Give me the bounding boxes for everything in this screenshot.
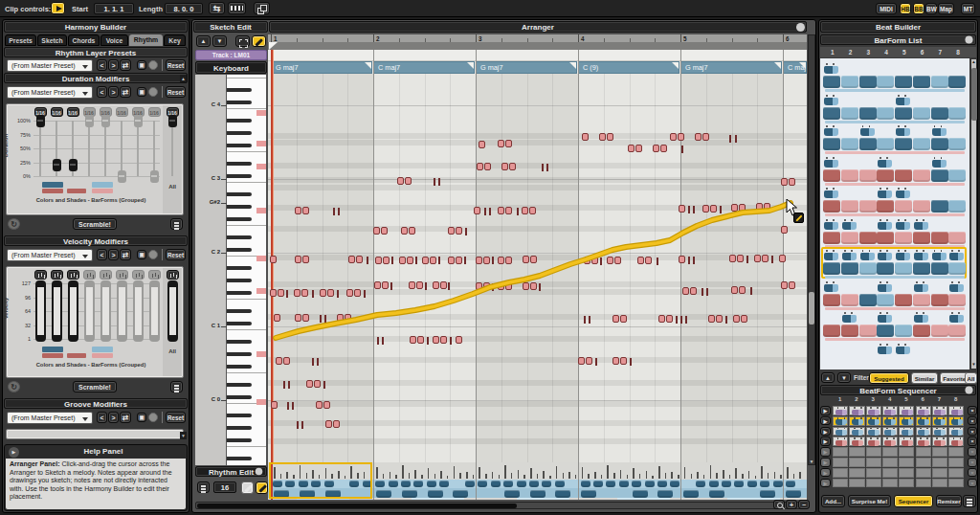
velocity-icon-button[interactable] <box>116 270 128 280</box>
barform-segment[interactable] <box>859 169 877 182</box>
beatform-cell[interactable] <box>606 481 615 487</box>
arranger-vscroll-down[interactable]: ▼ <box>808 458 815 465</box>
sequencer-cell[interactable] <box>866 416 881 426</box>
sequencer-help-icon[interactable] <box>965 386 972 393</box>
zoom-out-button[interactable]: − <box>798 500 810 509</box>
velocity-icon-button[interactable] <box>67 270 79 280</box>
barform-segment[interactable] <box>948 262 966 275</box>
barform-prev-button[interactable]: ▲ <box>821 372 835 383</box>
start-value[interactable]: 1. 1. 1 <box>94 3 134 14</box>
chord-region[interactable]: G maj7 <box>476 61 577 74</box>
barform-segment[interactable] <box>823 107 840 120</box>
black-key[interactable] <box>227 414 252 417</box>
save-preset-button[interactable]: ▣ <box>137 413 146 422</box>
beatform-cell[interactable] <box>657 481 667 487</box>
barform-segment[interactable] <box>895 169 912 182</box>
beatform-cell[interactable] <box>645 481 655 487</box>
barform-segment[interactable] <box>877 325 894 337</box>
duration-slider-3[interactable] <box>69 159 78 171</box>
chord-region[interactable]: C maj7 <box>373 61 475 74</box>
beatform-cell[interactable] <box>439 481 449 487</box>
sequencer-cell[interactable] <box>899 406 914 415</box>
barform-segment[interactable] <box>895 294 912 306</box>
remixer-button[interactable]: Remixer <box>936 495 962 507</box>
reset-button[interactable]: Reset <box>166 86 186 98</box>
beatform-cell[interactable] <box>517 481 526 487</box>
arranger-vscrollbar[interactable] <box>808 34 815 465</box>
barform-segment[interactable] <box>948 325 966 337</box>
barform-segment[interactable] <box>823 232 840 244</box>
chord-region[interactable]: G maj7 <box>680 61 782 74</box>
random-preset-button[interactable]: ⇄ <box>120 86 131 98</box>
beatform-cell[interactable] <box>413 481 423 487</box>
duration-slider-6[interactable] <box>118 170 126 183</box>
barform-segment[interactable] <box>948 294 966 306</box>
sequencer-cell[interactable] <box>866 427 881 437</box>
tab-presets[interactable]: Presets <box>5 34 36 46</box>
black-key[interactable] <box>227 192 252 196</box>
barform-segment[interactable] <box>823 294 840 306</box>
barform-segment[interactable] <box>948 200 966 213</box>
preset-dropdown[interactable]: (From Master Preset) <box>7 86 93 99</box>
select-tool-button[interactable] <box>235 35 250 47</box>
barform-segment[interactable] <box>948 169 966 182</box>
beatform-cell[interactable] <box>760 490 775 498</box>
sequencer-cell[interactable] <box>932 406 947 415</box>
beatform-cell[interactable] <box>722 481 731 487</box>
black-key[interactable] <box>227 266 252 270</box>
barform-segment[interactable] <box>841 325 858 337</box>
barform-segment[interactable] <box>877 200 894 213</box>
velocity-icon-button[interactable] <box>83 270 96 280</box>
beatform-cell[interactable] <box>786 481 795 487</box>
barform-segment[interactable] <box>913 294 930 306</box>
barform-segment[interactable] <box>859 107 877 120</box>
next-preset-button[interactable]: > <box>108 249 119 260</box>
surprise-me--button[interactable]: Surprise Me! <box>848 495 891 507</box>
tab-rhythm[interactable]: Rhythm <box>129 34 163 46</box>
velocity-slider-5[interactable] <box>100 280 111 342</box>
sequencer-cell[interactable] <box>932 437 947 446</box>
beatform-cell[interactable] <box>773 481 783 487</box>
mode-button-bw[interactable]: BW <box>925 3 937 14</box>
barform-segment[interactable] <box>841 200 858 213</box>
reset-button[interactable]: Reset <box>166 412 186 423</box>
sequencer-cell[interactable] <box>882 427 898 437</box>
beatform-cell[interactable] <box>375 481 385 487</box>
filter-suggested[interactable]: Suggested <box>869 372 909 384</box>
beatform-cell[interactable] <box>632 481 641 487</box>
sequencer-cell[interactable] <box>948 416 964 426</box>
velocity-icon-button[interactable] <box>51 270 63 280</box>
filter-all[interactable]: All <box>965 372 977 384</box>
barform-segment[interactable] <box>859 262 877 275</box>
rhythm-strip[interactable] <box>268 462 807 500</box>
barform-segment[interactable] <box>931 138 948 150</box>
black-key[interactable] <box>227 174 252 178</box>
next-preset-button[interactable]: > <box>108 59 119 71</box>
zoom-tool-button[interactable] <box>773 500 785 509</box>
sequencer-menu-button[interactable] <box>963 495 976 507</box>
sequencer-cell[interactable] <box>833 416 848 426</box>
black-key[interactable] <box>227 340 252 344</box>
sequencer-row-play-4[interactable]: ▶ <box>820 437 831 446</box>
sequencer-cell[interactable] <box>899 437 914 446</box>
sequencer-cell[interactable] <box>916 406 931 415</box>
beatform-cell[interactable] <box>683 490 699 498</box>
black-key[interactable] <box>227 352 252 356</box>
barform-segment[interactable] <box>823 325 840 337</box>
velocity-slider-4[interactable] <box>84 280 95 342</box>
black-key[interactable] <box>227 131 252 135</box>
barform-segment[interactable] <box>895 325 912 337</box>
black-key[interactable] <box>227 217 252 221</box>
duplicate-button[interactable] <box>254 2 270 14</box>
arranger-hscroll-thumb[interactable] <box>197 504 517 508</box>
barform-scroll-thumb[interactable] <box>971 68 977 121</box>
sequencer-cell[interactable] <box>882 437 898 446</box>
barform-segment[interactable] <box>895 200 912 213</box>
velocity-slider-8[interactable] <box>149 280 160 342</box>
prev-preset-button[interactable]: < <box>97 249 107 260</box>
sequencer-cell[interactable] <box>899 416 914 426</box>
sequencer-cell[interactable] <box>833 406 848 415</box>
scroll-down-arrow[interactable]: ▼ <box>180 432 187 439</box>
sequencer-cell[interactable] <box>948 427 964 437</box>
sequencer-cell[interactable] <box>866 437 881 446</box>
